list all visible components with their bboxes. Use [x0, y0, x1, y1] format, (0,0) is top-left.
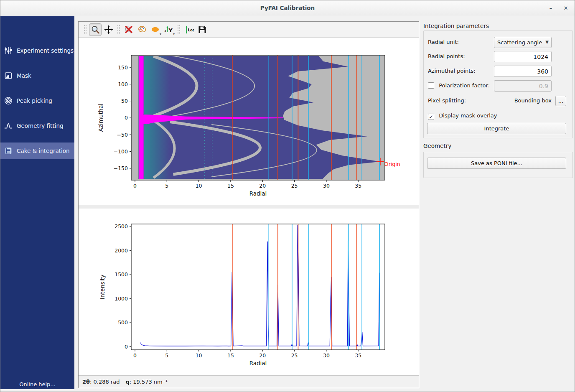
figure-separator [79, 205, 419, 209]
display-mask-checkbox[interactable]: ✓ [428, 114, 434, 120]
svg-text:30: 30 [323, 183, 330, 189]
svg-text:−150: −150 [114, 165, 128, 171]
svg-text:−50: −50 [117, 132, 128, 138]
geometry-groupbox: Save as PONI file... [423, 152, 573, 178]
plot-toolbar: ▾ a Y ▾ Log [79, 22, 419, 38]
radial-points-label: Radial points: [428, 53, 465, 59]
svg-text:35: 35 [355, 183, 361, 189]
intensity-plot-canvas[interactable]: 0510152025303505001000150020002500Radial… [79, 209, 419, 375]
pixel-splitting-value: Bounding box [486, 97, 552, 104]
integration-groupbox: Radial unit: Scattering angle 2 ▼ Radial… [423, 31, 573, 138]
svg-text:Radial: Radial [249, 360, 267, 367]
colormap-range-button[interactable]: ▾ [149, 23, 162, 36]
save-figure-button[interactable] [196, 23, 209, 36]
colormap-ellipse-icon [150, 25, 160, 35]
polarization-checkbox[interactable] [428, 82, 434, 89]
svg-text:1000: 1000 [114, 295, 128, 302]
svg-text:25: 25 [291, 352, 298, 359]
log-scale-icon: Log [184, 25, 194, 35]
svg-text:15: 15 [227, 352, 234, 359]
svg-text:500: 500 [118, 319, 128, 326]
palette-icon [137, 25, 147, 35]
pixel-splitting-label: Pixel splitting: [428, 97, 466, 104]
sidebar-item-cake-integration[interactable]: Cake & integration [0, 143, 74, 159]
svg-text:0: 0 [133, 183, 137, 189]
polarization-label: Polarization factor: [439, 82, 490, 89]
svg-text:10: 10 [196, 183, 202, 189]
display-mask-label: Display mask overlay [439, 112, 497, 119]
cake-plot-canvas[interactable]: 05101520253035−150−100−50050100150Radial… [79, 38, 419, 204]
sidebar: Experiment settings Mask Peak picking [0, 16, 74, 389]
toolbar-drag-handle[interactable] [117, 25, 120, 34]
y-axis-direction-button[interactable]: a Y ▾ [163, 23, 175, 36]
minimize-button[interactable]: – [545, 3, 556, 14]
svg-text:Radial: Radial [249, 190, 267, 197]
dropdown-caret-icon: ▾ [160, 32, 161, 36]
titlebar: PyFAI Calibration – ✕ [0, 0, 575, 16]
svg-text:30: 30 [323, 352, 330, 359]
save-icon [197, 25, 207, 35]
svg-text:100: 100 [118, 81, 128, 87]
svg-text:0: 0 [133, 352, 137, 359]
radial-unit-select[interactable]: Scattering angle 2 ▼ [494, 37, 552, 48]
svg-text:Origin: Origin [384, 161, 400, 167]
y-axis-icon: a Y [164, 25, 174, 35]
radial-unit-label: Radial unit: [428, 39, 459, 45]
q-label: q [125, 379, 129, 385]
integration-panel: Integration parameters Radial unit: Scat… [419, 16, 575, 392]
toolbar-drag-handle[interactable] [178, 25, 180, 34]
toolbar-drag-handle[interactable] [84, 25, 87, 34]
svg-text:50: 50 [121, 98, 128, 104]
sidebar-item-label: Peak picking [17, 97, 52, 104]
two-theta-label: 2θ [82, 379, 90, 385]
cancel-zoom-button[interactable] [122, 23, 135, 36]
radial-unit-value: Scattering angle 2 [497, 39, 542, 46]
window-title: PyFAI Calibration [0, 5, 575, 11]
svg-text:Y: Y [168, 27, 173, 33]
sidebar-item-experiment-settings[interactable]: Experiment settings [0, 42, 74, 59]
integrate-button[interactable]: Integrate [427, 123, 566, 134]
sidebar-item-label: Mask [17, 72, 31, 79]
log-scale-button[interactable]: Log [183, 23, 195, 36]
svg-text:1500: 1500 [114, 271, 128, 277]
sidebar-item-mask[interactable]: Mask [0, 67, 74, 84]
pan-tool-button[interactable] [102, 23, 115, 36]
online-help-link[interactable]: Online help... [0, 381, 74, 387]
sidebar-item-peak-picking[interactable]: Peak picking [0, 92, 74, 109]
radial-points-input[interactable] [494, 51, 552, 62]
sidebar-item-geometry-fitting[interactable]: Geometry fitting [0, 117, 74, 134]
svg-text:150: 150 [118, 64, 128, 71]
svg-text:20: 20 [259, 352, 266, 359]
geometry-heading: Geometry [423, 143, 451, 149]
integration-parameters-heading: Integration parameters [423, 23, 489, 29]
pixel-splitting-more-button[interactable]: ... [555, 96, 566, 106]
svg-text:5: 5 [165, 183, 168, 189]
close-button[interactable]: ✕ [560, 3, 571, 14]
svg-text:2000: 2000 [114, 247, 128, 254]
svg-text:0: 0 [125, 115, 128, 121]
svg-text:Intensity: Intensity [99, 275, 106, 299]
zoom-icon [90, 25, 100, 35]
sidebar-item-label: Experiment settings [17, 47, 74, 54]
sidebar-item-label: Cake & integration [17, 148, 70, 154]
pan-icon [104, 25, 114, 35]
svg-text:0: 0 [125, 344, 128, 350]
azimuthal-points-input[interactable] [494, 66, 552, 77]
gaussian-curve-icon [4, 122, 13, 130]
zoom-cancel-icon [124, 25, 134, 35]
dropdown-caret-icon: ▾ [173, 32, 175, 36]
plot-panel: ▾ a Y ▾ Log [78, 21, 419, 388]
colormap-palette-button[interactable] [136, 23, 148, 36]
zoom-tool-button[interactable] [89, 23, 102, 36]
polarization-factor-input[interactable] [494, 80, 552, 92]
save-poni-button[interactable]: Save as PONI file... [427, 158, 566, 169]
chevron-down-icon: ▼ [545, 40, 549, 44]
mask-icon [4, 71, 13, 80]
svg-text:2500: 2500 [114, 223, 128, 229]
svg-text:Azimuthal: Azimuthal [97, 104, 104, 132]
pyfai-window: PyFAI Calibration – ✕ Experiment setting… [0, 0, 575, 392]
svg-text:15: 15 [227, 183, 234, 189]
svg-text:a: a [165, 29, 166, 33]
sidebar-item-label: Geometry fitting [17, 122, 64, 129]
polarization-row: Polarization factor: [428, 82, 490, 89]
